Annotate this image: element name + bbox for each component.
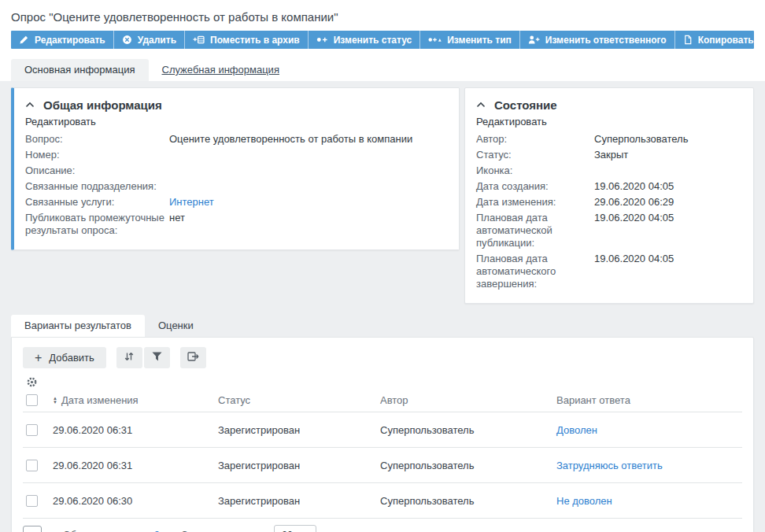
column-header-date[interactable]: ▲▼ Дата изменения bbox=[53, 394, 218, 406]
info-label: Иконка: bbox=[476, 164, 594, 177]
sort-button[interactable] bbox=[116, 347, 142, 368]
info-row-services: Связанные услуги: Интернет bbox=[25, 196, 448, 209]
info-row-modified: Дата изменения: 29.06.2020 06:29 bbox=[476, 196, 742, 209]
cell-status: Зарегистрирован bbox=[218, 495, 380, 507]
collapse-icon[interactable] bbox=[476, 102, 486, 108]
state-edit-link[interactable]: Редактировать bbox=[476, 116, 742, 127]
row-checkbox[interactable] bbox=[26, 495, 38, 507]
export-button[interactable] bbox=[180, 347, 206, 368]
main-tabs: Основная информация Служебная информация bbox=[11, 59, 754, 81]
button-label: Поместить в архив bbox=[210, 35, 300, 46]
state-panel: Состояние Редактировать Автор: Суперполь… bbox=[464, 87, 754, 304]
action-toolbar: Редактировать Удалить Поместить в архив … bbox=[11, 31, 754, 49]
answer-link[interactable]: Затрудняюсь ответить bbox=[556, 460, 742, 471]
table-row: 29.06.2020 06:31 Зарегистрирован Суперпо… bbox=[23, 412, 742, 448]
column-header-label: Дата изменения bbox=[61, 394, 139, 406]
page-1-button[interactable]: 1 bbox=[23, 526, 42, 532]
filter-button[interactable] bbox=[144, 347, 170, 368]
info-value: 19.06.2020 04:05 bbox=[594, 253, 674, 290]
info-value: нет bbox=[169, 212, 185, 237]
column-header-answer[interactable]: Вариант ответа bbox=[556, 394, 742, 406]
rows-per-page-select[interactable]: 20 bbox=[274, 525, 316, 532]
info-row-created: Дата создания: 19.06.2020 04:05 bbox=[476, 180, 742, 193]
button-label: Копировать bbox=[698, 35, 754, 46]
info-row-planned-publication: Плановая дата автоматической публикации:… bbox=[476, 212, 742, 249]
results-section: Варианты результатов Оценки + Добавить bbox=[11, 315, 754, 532]
info-label: Плановая дата автоматического завершения… bbox=[476, 253, 594, 290]
info-cards-row: Общая информация Редактировать Вопрос: О… bbox=[11, 87, 754, 304]
info-row-author: Автор: Суперпользователь bbox=[476, 133, 742, 146]
gear-icon[interactable] bbox=[26, 376, 38, 390]
cell-date: 29.06.2020 06:31 bbox=[53, 460, 218, 471]
related-service-link[interactable]: Интернет bbox=[169, 196, 214, 209]
sort-filter-group bbox=[116, 347, 170, 368]
answer-link[interactable]: Не доволен bbox=[556, 495, 742, 507]
info-row-publish: Публиковать промежуточные результаты опр… bbox=[25, 212, 448, 237]
change-status-button[interactable]: Изменить статус bbox=[308, 31, 420, 49]
info-label: Публиковать промежуточные результаты опр… bbox=[25, 212, 169, 237]
info-row-planned-completion: Плановая дата автоматического завершения… bbox=[476, 253, 742, 290]
change-type-button[interactable]: Изменить тип bbox=[419, 31, 519, 49]
cell-date: 29.06.2020 06:30 bbox=[53, 495, 218, 507]
edit-button[interactable]: Редактировать bbox=[11, 31, 113, 49]
info-label: Описание: bbox=[25, 164, 169, 177]
state-panel-header: Состояние bbox=[476, 95, 742, 114]
sort-arrows-icon: ▲▼ bbox=[53, 397, 57, 405]
info-label: Дата создания: bbox=[476, 180, 594, 193]
add-button[interactable]: + Добавить bbox=[23, 347, 106, 368]
info-label: Статус: bbox=[476, 149, 594, 161]
page-content: Общая информация Редактировать Вопрос: О… bbox=[0, 81, 765, 532]
tab-main-info[interactable]: Основная информация bbox=[11, 59, 149, 81]
delete-button[interactable]: Удалить bbox=[113, 31, 184, 49]
plus-icon: + bbox=[35, 352, 42, 364]
info-label: Номер: bbox=[25, 149, 169, 161]
archive-button[interactable]: Поместить в архив bbox=[184, 31, 308, 49]
panel-title: Состояние bbox=[494, 98, 557, 112]
collapse-icon[interactable] bbox=[25, 102, 35, 108]
button-label: Изменить статус bbox=[334, 35, 412, 46]
filter-icon bbox=[152, 352, 162, 364]
table-row: 29.06.2020 06:30 Зарегистрирован Суперпо… bbox=[23, 483, 742, 519]
delete-icon bbox=[122, 35, 132, 45]
table-footer: 1 Объектов в списке: 3 Строк на странице… bbox=[23, 519, 742, 532]
copy-button[interactable]: Копировать bbox=[674, 31, 762, 49]
general-edit-link[interactable]: Редактировать bbox=[25, 116, 448, 127]
info-label: Связанные услуги: bbox=[25, 196, 169, 209]
tab-result-variants[interactable]: Варианты результатов bbox=[11, 315, 145, 337]
table-row: 29.06.2020 06:31 Зарегистрирован Суперпо… bbox=[23, 448, 742, 483]
pencil-icon bbox=[19, 35, 29, 45]
change-assignee-icon bbox=[528, 35, 540, 45]
row-checkbox[interactable] bbox=[26, 424, 38, 436]
info-row-departments: Связанные подразделения: bbox=[25, 180, 448, 193]
results-table: ▲▼ Дата изменения Статус Автор Вариант о… bbox=[23, 376, 742, 519]
info-value: 19.06.2020 04:05 bbox=[594, 180, 674, 193]
tab-grades[interactable]: Оценки bbox=[145, 315, 207, 337]
column-header-author[interactable]: Автор bbox=[380, 394, 556, 406]
button-label: Удалить bbox=[138, 35, 176, 46]
tab-service-info[interactable]: Служебная информация bbox=[149, 59, 293, 81]
table-header-row: ▲▼ Дата изменения Статус Автор Вариант о… bbox=[23, 376, 742, 412]
info-row-question: Вопрос: Оцените удовлетворенность от раб… bbox=[25, 133, 448, 146]
info-row-number: Номер: bbox=[25, 149, 448, 161]
answer-link[interactable]: Доволен bbox=[556, 424, 742, 436]
button-label: Изменить ответственного bbox=[545, 35, 667, 46]
change-type-icon bbox=[428, 35, 442, 45]
archive-icon bbox=[193, 35, 205, 45]
change-assignee-button[interactable]: Изменить ответственного bbox=[519, 31, 674, 49]
button-label: Редактировать bbox=[35, 35, 105, 46]
rows-per-page: Строк на странице: 20 bbox=[181, 525, 316, 532]
info-value: 19.06.2020 04:05 bbox=[594, 212, 674, 249]
column-header-status[interactable]: Статус bbox=[218, 394, 380, 406]
grid-toolbar: + Добавить bbox=[23, 347, 742, 368]
cell-author: Суперпользователь bbox=[380, 424, 556, 436]
info-row-status: Статус: Закрыт bbox=[476, 149, 742, 161]
cell-author: Суперпользователь bbox=[380, 495, 556, 507]
info-label: Плановая дата автоматической публикации: bbox=[476, 212, 594, 249]
panel-title: Общая информация bbox=[43, 98, 162, 112]
cell-status: Зарегистрирован bbox=[218, 424, 380, 436]
button-label: Изменить тип bbox=[447, 35, 512, 46]
select-all-checkbox[interactable] bbox=[26, 394, 38, 406]
button-label: Добавить bbox=[49, 352, 94, 364]
general-info-panel: Общая информация Редактировать Вопрос: О… bbox=[11, 87, 460, 250]
row-checkbox[interactable] bbox=[26, 460, 38, 471]
